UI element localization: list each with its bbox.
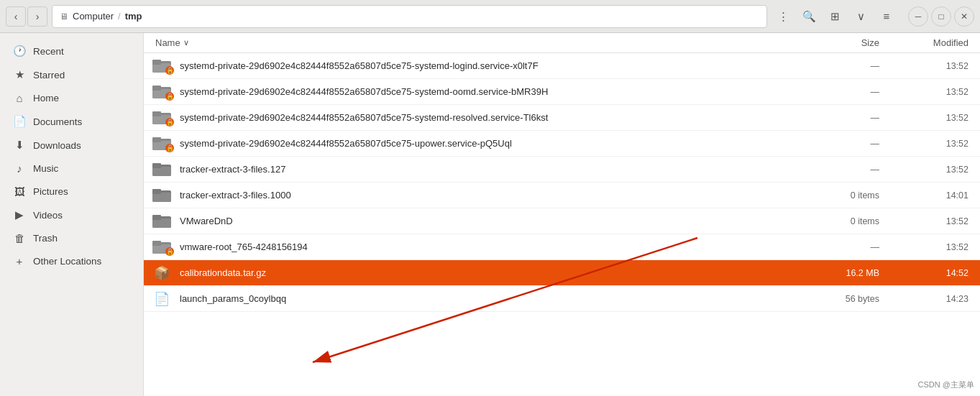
file-name: systemd-private-29d6902e4c82444f8552a658…	[180, 138, 807, 149]
lock-badge: 🔒	[165, 92, 174, 101]
file-name: systemd-private-29d6902e4c82444f8552a658…	[180, 112, 807, 123]
file-name: tracker-extract-3-files.127	[180, 164, 807, 175]
file-icon-cell	[144, 186, 180, 204]
back-button[interactable]: ‹	[6, 6, 26, 27]
name-column-header[interactable]: Name ∨	[144, 37, 807, 48]
sidebar-item-documents[interactable]: 📄 Documents	[3, 110, 140, 133]
pictures-icon: 🖼	[13, 185, 26, 198]
sidebar-label-starred: Starred	[33, 70, 65, 80]
svg-rect-8	[152, 111, 161, 116]
sort-icon: ∨	[183, 38, 189, 47]
maximize-button[interactable]: □	[931, 6, 951, 27]
folder-icon	[152, 212, 171, 230]
path-separator: /	[118, 11, 121, 22]
titlebar: ‹ › 🖥 Computer / tmp ⋮ 🔍 ⊞ ∨ ≡ ─ □ ✕	[0, 0, 980, 33]
sidebar-label-recent: Recent	[33, 46, 64, 57]
sidebar-label-home: Home	[33, 93, 59, 103]
path-root: Computer	[73, 11, 114, 22]
forward-button[interactable]: ›	[27, 6, 47, 27]
sidebar: 🕐 Recent ★ Starred ⌂ Home 📄 Documents ⬇ …	[0, 33, 144, 396]
file-row[interactable]: 🔒 vmware-root_765-4248156194 — 13:52	[144, 234, 980, 260]
file-name: tracker-extract-3-files.1000	[180, 190, 807, 201]
lock-badge: 🔒	[165, 66, 174, 75]
sidebar-item-videos[interactable]: ▶ Videos	[3, 203, 140, 226]
sidebar-item-trash[interactable]: 🗑 Trash	[3, 227, 140, 249]
file-modified: 14:01	[894, 190, 980, 201]
file-row[interactable]: 🔒 systemd-private-29d6902e4c82444f8552a6…	[144, 53, 980, 79]
file-name: launch_params_0coylbqq	[180, 293, 807, 304]
file-row[interactable]: tracker-extract-3-files.1000 0 items 14:…	[144, 183, 980, 208]
search-button[interactable]: 🔍	[797, 6, 820, 27]
file-size: 0 items	[807, 216, 894, 226]
nav-buttons: ‹ ›	[6, 6, 47, 27]
file-icon-cell: 🔒	[144, 238, 180, 256]
file-size: —	[807, 61, 894, 71]
address-bar[interactable]: 🖥 Computer / tmp	[52, 5, 767, 28]
minimize-button[interactable]: ─	[908, 6, 928, 27]
sidebar-label-other-locations: Other Locations	[33, 256, 101, 267]
file-size: 16.2 MB	[807, 268, 894, 278]
search-icon: 🔍	[802, 10, 816, 23]
svg-rect-23	[152, 241, 161, 246]
file-icon-cell: 🔒	[144, 83, 180, 101]
sidebar-item-home[interactable]: ⌂ Home	[3, 87, 140, 109]
file-name: VMwareDnD	[180, 216, 807, 226]
folder-locked-icon: 🔒	[152, 134, 171, 152]
file-modified: 13:52	[894, 242, 980, 252]
lock-badge: 🔒	[165, 144, 174, 152]
archive-icon: 📦	[154, 265, 170, 281]
lock-badge: 🔒	[165, 247, 174, 256]
folder-locked-icon: 🔒	[152, 238, 171, 256]
svg-rect-5	[152, 86, 161, 91]
file-icon-cell: 🔒	[144, 109, 180, 126]
sidebar-label-music: Music	[33, 163, 58, 174]
file-icon-cell	[144, 212, 180, 230]
recent-icon: 🕐	[13, 45, 26, 57]
sidebar-item-recent[interactable]: 🕐 Recent	[3, 40, 140, 63]
svg-rect-14	[152, 163, 161, 168]
sidebar-item-other-locations[interactable]: + Other Locations	[3, 250, 140, 272]
file-row[interactable]: tracker-extract-3-files.127 — 13:52	[144, 157, 980, 183]
file-row[interactable]: 🔒 systemd-private-29d6902e4c82444f8552a6…	[144, 105, 980, 131]
menu-button[interactable]: ⋮	[771, 6, 794, 27]
file-row[interactable]: VMwareDnD 0 items 13:52	[144, 208, 980, 234]
file-modified: 14:23	[894, 294, 980, 304]
titlebar-actions: ⋮ 🔍 ⊞ ∨ ≡	[771, 6, 898, 27]
grid-view-button[interactable]: ⊞	[823, 6, 846, 27]
view-options-button[interactable]: ∨	[849, 6, 872, 27]
file-row[interactable]: 📄 launch_params_0coylbqq 56 bytes 14:23	[144, 286, 980, 312]
file-name: calibrationdata.tar.gz	[180, 267, 807, 278]
file-size: —	[807, 165, 894, 175]
file-size: —	[807, 113, 894, 123]
file-name: systemd-private-29d6902e4c82444f8552a658…	[180, 60, 807, 71]
file-modified: 14:52	[894, 268, 980, 278]
file-icon-cell: 📄	[144, 291, 180, 307]
computer-icon: 🖥	[60, 11, 68, 22]
content-wrapper: Name ∨ Size Modified 🔒	[144, 33, 980, 396]
home-icon: ⌂	[13, 92, 26, 104]
svg-rect-20	[152, 215, 161, 220]
close-button[interactable]: ✕	[954, 6, 974, 27]
file-browser: Name ∨ Size Modified 🔒	[144, 33, 980, 396]
svg-rect-2	[152, 60, 161, 65]
hamburger-button[interactable]: ≡	[875, 6, 898, 27]
file-row[interactable]: 🔒 systemd-private-29d6902e4c82444f8552a6…	[144, 131, 980, 157]
file-size: —	[807, 139, 894, 149]
lock-badge: 🔒	[165, 118, 174, 126]
sidebar-item-pictures[interactable]: 🖼 Pictures	[3, 180, 140, 203]
file-icon-cell: 📦	[144, 265, 180, 281]
folder-icon	[152, 160, 171, 178]
sidebar-label-videos: Videos	[33, 210, 63, 221]
size-column-header[interactable]: Size	[807, 37, 894, 48]
modified-column-header[interactable]: Modified	[894, 37, 980, 48]
sidebar-label-pictures: Pictures	[33, 186, 68, 197]
sidebar-item-music[interactable]: ♪ Music	[3, 157, 140, 180]
file-name: vmware-root_765-4248156194	[180, 241, 807, 252]
sidebar-item-starred[interactable]: ★ Starred	[3, 63, 140, 86]
sidebar-item-downloads[interactable]: ⬇ Downloads	[3, 134, 140, 157]
file-size: 0 items	[807, 190, 894, 201]
file-size: —	[807, 242, 894, 252]
file-row[interactable]: 🔒 systemd-private-29d6902e4c82444f8552a6…	[144, 79, 980, 105]
file-modified: 13:52	[894, 113, 980, 123]
file-row[interactable]: 📦 calibrationdata.tar.gz 16.2 MB 14:52	[144, 260, 980, 286]
